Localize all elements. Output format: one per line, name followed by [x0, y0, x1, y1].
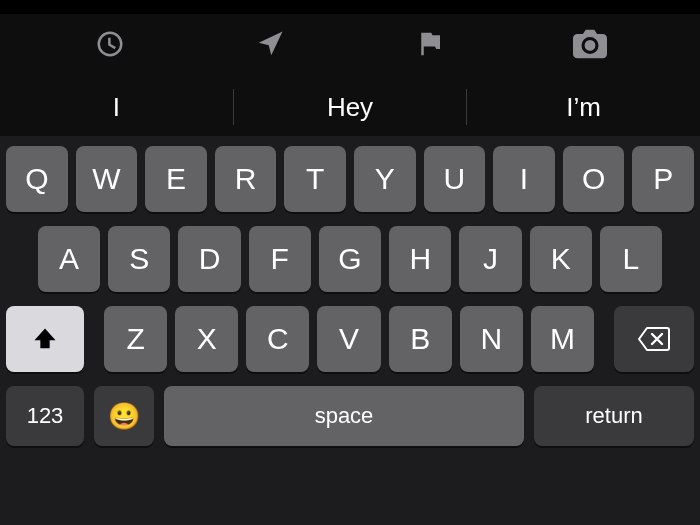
- suggestion-3[interactable]: I’m: [467, 92, 700, 123]
- key-r[interactable]: R: [215, 146, 277, 212]
- key-m[interactable]: M: [531, 306, 594, 372]
- shift-key[interactable]: [6, 306, 84, 372]
- key-y[interactable]: Y: [354, 146, 416, 212]
- flag-icon[interactable]: [410, 24, 450, 64]
- key-j[interactable]: J: [459, 226, 521, 292]
- key-u[interactable]: U: [424, 146, 486, 212]
- key-d[interactable]: D: [178, 226, 240, 292]
- key-l[interactable]: L: [600, 226, 662, 292]
- key-row-3: Z X C V B N M: [6, 306, 694, 372]
- key-t[interactable]: T: [284, 146, 346, 212]
- suggestion-2[interactable]: Hey: [234, 92, 467, 123]
- key-row-2: A S D F G H J K L: [6, 226, 694, 292]
- key-h[interactable]: H: [389, 226, 451, 292]
- key-v[interactable]: V: [317, 306, 380, 372]
- key-row-4: 123 😀 space return: [6, 386, 694, 448]
- key-k[interactable]: K: [530, 226, 592, 292]
- key-g[interactable]: G: [319, 226, 381, 292]
- key-z[interactable]: Z: [104, 306, 167, 372]
- clock-icon[interactable]: [90, 24, 130, 64]
- key-q[interactable]: Q: [6, 146, 68, 212]
- emoji-key[interactable]: 😀: [94, 386, 154, 446]
- key-row-1: Q W E R T Y U I O P: [6, 146, 694, 212]
- key-b[interactable]: B: [389, 306, 452, 372]
- numbers-key[interactable]: 123: [6, 386, 84, 446]
- camera-icon[interactable]: [570, 24, 610, 64]
- keyboard-screen: I Hey I’m Q W E R T Y U I O P A S D F G …: [0, 0, 700, 525]
- key-i[interactable]: I: [493, 146, 555, 212]
- key-f[interactable]: F: [249, 226, 311, 292]
- return-key[interactable]: return: [534, 386, 694, 446]
- space-key[interactable]: space: [164, 386, 524, 446]
- location-icon[interactable]: [250, 24, 290, 64]
- suggestion-1[interactable]: I: [0, 92, 233, 123]
- key-w[interactable]: W: [76, 146, 138, 212]
- keyboard: Q W E R T Y U I O P A S D F G H J K L Z: [0, 136, 700, 525]
- backspace-key[interactable]: [614, 306, 694, 372]
- key-e[interactable]: E: [145, 146, 207, 212]
- status-bar-gap: [0, 0, 700, 14]
- key-s[interactable]: S: [108, 226, 170, 292]
- key-n[interactable]: N: [460, 306, 523, 372]
- key-x[interactable]: X: [175, 306, 238, 372]
- key-o[interactable]: O: [563, 146, 625, 212]
- key-a[interactable]: A: [38, 226, 100, 292]
- suggestion-bar: I Hey I’m: [0, 78, 700, 136]
- attachment-toolbar: [0, 14, 700, 74]
- key-p[interactable]: P: [632, 146, 694, 212]
- key-c[interactable]: C: [246, 306, 309, 372]
